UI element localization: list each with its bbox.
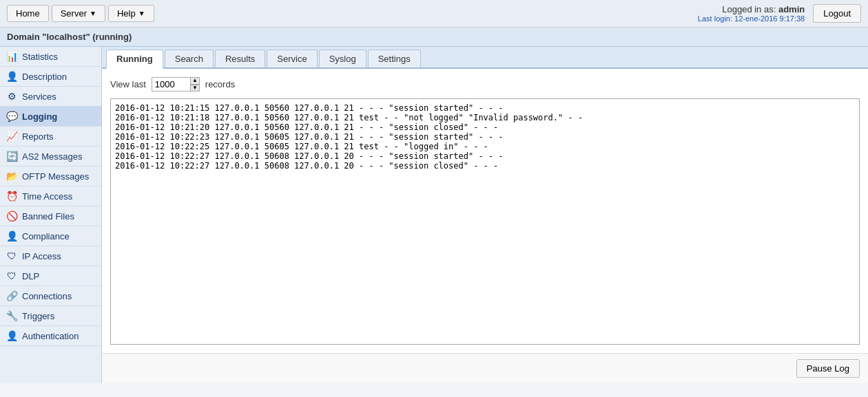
bannedfiles-icon: 🚫: [6, 211, 18, 222]
view-last-row: View last ▲ ▼ records: [110, 77, 860, 92]
sidebar-item-label: Statistics: [22, 52, 58, 62]
content-area: RunningSearchResultsServiceSyslogSetting…: [102, 47, 868, 383]
sidebar-item-label: Authentication: [22, 331, 79, 341]
username: admin: [778, 4, 805, 14]
help-chevron-icon: ▼: [138, 10, 145, 17]
last-login: Last login: 12-ene-2016 9:17:38: [698, 14, 805, 23]
services-icon: ⚙: [6, 91, 18, 102]
statistics-icon: 📊: [6, 51, 18, 62]
tabs-bar: RunningSearchResultsServiceSyslogSetting…: [102, 47, 868, 69]
connections-icon: 🔗: [6, 290, 18, 301]
as2messages-icon: 🔄: [6, 151, 18, 162]
sidebar-item-logging[interactable]: 💬Logging: [0, 107, 101, 127]
tab-running[interactable]: Running: [106, 50, 163, 69]
help-label: Help: [117, 8, 136, 19]
triggers-icon: 🔧: [6, 310, 18, 321]
sidebar-item-statistics[interactable]: 📊Statistics: [0, 47, 101, 67]
sidebar-item-bannedfiles[interactable]: 🚫Banned Files: [0, 206, 101, 226]
domain-header: Domain "localhost" (running): [0, 28, 868, 47]
main-layout: 📊Statistics👤Description⚙Services💬Logging…: [0, 47, 868, 383]
oftpmessages-icon: 📂: [6, 171, 18, 182]
description-icon: 👤: [6, 71, 18, 82]
tab-search[interactable]: Search: [165, 50, 214, 67]
compliance-icon: 👤: [6, 230, 18, 242]
server-button[interactable]: Server ▼: [52, 5, 105, 22]
sidebar-item-label: Compliance: [22, 231, 70, 242]
sidebar-item-dlp[interactable]: 🛡DLP: [0, 266, 101, 286]
timeaccess-icon: ⏰: [6, 191, 18, 202]
sidebar-item-label: IP Access: [22, 251, 61, 261]
sidebar-item-label: AS2 Messages: [22, 151, 82, 162]
dlp-icon: 🛡: [6, 270, 18, 281]
server-chevron-icon: ▼: [90, 10, 96, 17]
bottom-bar: Pause Log: [102, 353, 868, 383]
sidebar-item-label: Banned Files: [22, 211, 74, 222]
home-button[interactable]: Home: [7, 5, 49, 22]
sidebar: 📊Statistics👤Description⚙Services💬Logging…: [0, 47, 102, 383]
log-output: 2016-01-12 10:21:15 127.0.0.1 50560 127.…: [110, 98, 860, 345]
nav-buttons: Home Server ▼ Help ▼: [7, 5, 154, 22]
sidebar-item-services[interactable]: ⚙Services: [0, 87, 101, 107]
spinner-down-button[interactable]: ▼: [190, 85, 200, 92]
sidebar-item-reports[interactable]: 📈Reports: [0, 127, 101, 147]
view-last-label: View last: [110, 79, 146, 89]
sidebar-item-triggers[interactable]: 🔧Triggers: [0, 306, 101, 326]
sidebar-item-label: Connections: [22, 291, 72, 301]
sidebar-item-label: Logging: [22, 111, 57, 122]
user-area: Logged in as: admin Last login: 12-ene-2…: [698, 4, 861, 23]
top-navigation: Home Server ▼ Help ▼ Logged in as: admin…: [0, 0, 868, 28]
logged-in-text: Logged in as: admin: [698, 4, 805, 14]
tab-service[interactable]: Service: [267, 50, 317, 67]
user-info: Logged in as: admin Last login: 12-ene-2…: [698, 4, 805, 23]
pause-log-button[interactable]: Pause Log: [796, 359, 860, 378]
logging-icon: 💬: [6, 111, 18, 122]
ipaccess-icon: 🛡: [6, 250, 18, 261]
sidebar-item-ipaccess[interactable]: 🛡IP Access: [0, 246, 101, 266]
sidebar-item-as2messages[interactable]: 🔄AS2 Messages: [0, 147, 101, 167]
sidebar-item-compliance[interactable]: 👤Compliance: [0, 226, 101, 246]
tab-syslog[interactable]: Syslog: [319, 50, 366, 67]
sidebar-item-label: Services: [22, 92, 56, 102]
sidebar-item-label: OFTP Messages: [22, 171, 89, 182]
tab-results[interactable]: Results: [215, 50, 265, 67]
spinner-buttons: ▲ ▼: [190, 77, 200, 92]
server-label: Server: [61, 8, 87, 19]
records-input-wrap: ▲ ▼: [152, 77, 200, 92]
sidebar-item-label: Time Access: [22, 191, 72, 202]
sidebar-item-label: Reports: [22, 131, 54, 142]
sidebar-item-description[interactable]: 👤Description: [0, 67, 101, 87]
sidebar-item-label: Description: [22, 72, 67, 82]
help-button[interactable]: Help ▼: [108, 5, 154, 22]
tab-settings[interactable]: Settings: [368, 50, 421, 67]
logout-button[interactable]: Logout: [813, 4, 861, 23]
sidebar-item-oftpmessages[interactable]: 📂OFTP Messages: [0, 167, 101, 186]
spinner-up-button[interactable]: ▲: [190, 77, 200, 85]
reports-icon: 📈: [6, 131, 18, 142]
sidebar-item-label: Triggers: [22, 311, 54, 321]
records-label: records: [205, 79, 235, 89]
sidebar-item-authentication[interactable]: 👤Authentication: [0, 326, 101, 346]
sidebar-item-timeaccess[interactable]: ⏰Time Access: [0, 186, 101, 206]
sidebar-item-connections[interactable]: 🔗Connections: [0, 286, 101, 306]
sidebar-item-label: DLP: [22, 271, 39, 281]
tab-content: View last ▲ ▼ records 2016-01-12 10:21:1…: [102, 69, 868, 353]
authentication-icon: 👤: [6, 330, 18, 341]
